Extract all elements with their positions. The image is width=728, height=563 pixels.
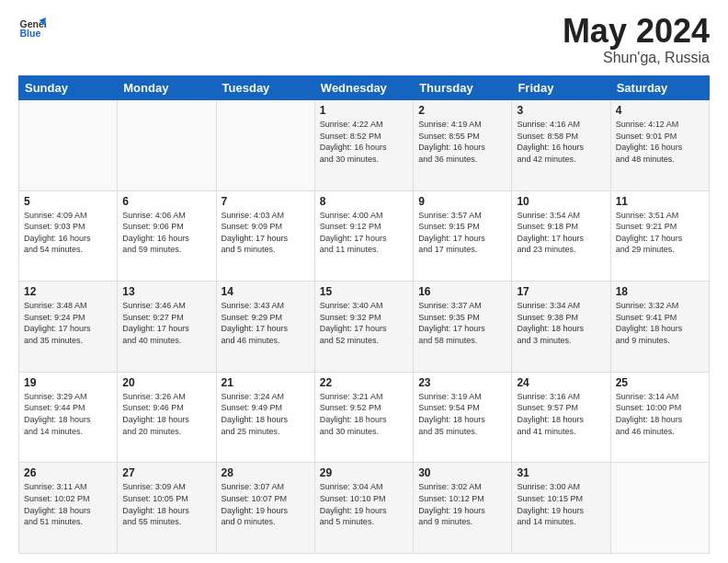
calendar-day-cell: 31Sunrise: 3:00 AM Sunset: 10:15 PM Dayl…: [512, 463, 610, 554]
day-number: 6: [122, 195, 210, 208]
day-number: 13: [122, 285, 210, 298]
day-number: 17: [517, 285, 605, 298]
col-sunday: Sunday: [19, 76, 118, 100]
day-info: Sunrise: 3:21 AM Sunset: 9:52 PM Dayligh…: [320, 391, 408, 437]
calendar-day-cell: 20Sunrise: 3:26 AM Sunset: 9:46 PM Dayli…: [118, 372, 216, 463]
day-info: Sunrise: 3:51 AM Sunset: 9:21 PM Dayligh…: [616, 210, 704, 256]
col-thursday: Thursday: [414, 76, 512, 100]
col-monday: Monday: [118, 76, 216, 100]
day-info: Sunrise: 3:02 AM Sunset: 10:12 PM Daylig…: [418, 481, 506, 527]
day-info: Sunrise: 4:19 AM Sunset: 8:55 PM Dayligh…: [418, 119, 506, 165]
calendar-day-cell: 7Sunrise: 4:03 AM Sunset: 9:09 PM Daylig…: [216, 190, 314, 282]
calendar-day-cell: 18Sunrise: 3:32 AM Sunset: 9:41 PM Dayli…: [610, 282, 709, 373]
calendar-day-cell: 10Sunrise: 3:54 AM Sunset: 9:18 PM Dayli…: [512, 190, 610, 282]
day-number: 5: [24, 195, 112, 208]
col-friday: Friday: [512, 76, 610, 100]
calendar-day-cell: [610, 463, 709, 554]
day-number: 7: [222, 195, 310, 208]
day-info: Sunrise: 3:11 AM Sunset: 10:02 PM Daylig…: [24, 481, 112, 527]
calendar-day-cell: 23Sunrise: 3:19 AM Sunset: 9:54 PM Dayli…: [414, 372, 512, 463]
calendar-day-cell: 1Sunrise: 4:22 AM Sunset: 8:52 PM Daylig…: [314, 100, 413, 191]
day-info: Sunrise: 4:06 AM Sunset: 9:06 PM Dayligh…: [122, 210, 210, 256]
calendar-day-cell: 9Sunrise: 3:57 AM Sunset: 9:15 PM Daylig…: [414, 190, 512, 282]
day-info: Sunrise: 3:19 AM Sunset: 9:54 PM Dayligh…: [418, 391, 506, 437]
day-info: Sunrise: 3:24 AM Sunset: 9:49 PM Dayligh…: [222, 391, 310, 437]
day-number: 23: [418, 376, 506, 389]
calendar-day-cell: 25Sunrise: 3:14 AM Sunset: 10:00 PM Dayl…: [610, 372, 709, 463]
day-number: 31: [517, 466, 605, 479]
day-info: Sunrise: 3:26 AM Sunset: 9:46 PM Dayligh…: [122, 391, 210, 437]
day-number: 27: [122, 466, 210, 479]
day-number: 4: [616, 104, 704, 117]
day-info: Sunrise: 3:16 AM Sunset: 9:57 PM Dayligh…: [517, 391, 605, 437]
calendar-day-cell: 3Sunrise: 4:16 AM Sunset: 8:58 PM Daylig…: [512, 100, 610, 191]
calendar-day-cell: [216, 100, 314, 191]
calendar-day-cell: 28Sunrise: 3:07 AM Sunset: 10:07 PM Dayl…: [216, 463, 314, 554]
calendar-week-row: 5Sunrise: 4:09 AM Sunset: 9:03 PM Daylig…: [19, 190, 710, 282]
calendar-day-cell: [19, 100, 118, 191]
day-number: 29: [320, 466, 408, 479]
day-number: 14: [222, 285, 310, 298]
day-info: Sunrise: 3:40 AM Sunset: 9:32 PM Dayligh…: [320, 300, 408, 346]
day-info: Sunrise: 3:34 AM Sunset: 9:38 PM Dayligh…: [517, 300, 605, 346]
day-info: Sunrise: 4:03 AM Sunset: 9:09 PM Dayligh…: [222, 210, 310, 256]
calendar-week-row: 1Sunrise: 4:22 AM Sunset: 8:52 PM Daylig…: [19, 100, 710, 191]
calendar-day-cell: 19Sunrise: 3:29 AM Sunset: 9:44 PM Dayli…: [19, 372, 118, 463]
col-wednesday: Wednesday: [314, 76, 413, 100]
day-info: Sunrise: 3:29 AM Sunset: 9:44 PM Dayligh…: [24, 391, 112, 437]
calendar-day-cell: 11Sunrise: 3:51 AM Sunset: 9:21 PM Dayli…: [610, 190, 709, 282]
calendar-day-cell: 16Sunrise: 3:37 AM Sunset: 9:35 PM Dayli…: [414, 282, 512, 373]
col-tuesday: Tuesday: [216, 76, 314, 100]
day-number: 21: [222, 376, 310, 389]
calendar-day-cell: 30Sunrise: 3:02 AM Sunset: 10:12 PM Dayl…: [414, 463, 512, 554]
day-number: 18: [616, 285, 704, 298]
day-number: 19: [24, 376, 112, 389]
day-number: 8: [320, 195, 408, 208]
calendar-day-cell: 6Sunrise: 4:06 AM Sunset: 9:06 PM Daylig…: [118, 190, 216, 282]
day-info: Sunrise: 3:57 AM Sunset: 9:15 PM Dayligh…: [418, 210, 506, 256]
day-info: Sunrise: 3:07 AM Sunset: 10:07 PM Daylig…: [222, 481, 310, 527]
header: General Blue May 2024 Shun'ga, Russia: [18, 15, 710, 66]
day-info: Sunrise: 3:00 AM Sunset: 10:15 PM Daylig…: [517, 481, 605, 527]
calendar-header-row: Sunday Monday Tuesday Wednesday Thursday…: [19, 76, 710, 100]
calendar-day-cell: 22Sunrise: 3:21 AM Sunset: 9:52 PM Dayli…: [314, 372, 413, 463]
calendar-day-cell: 8Sunrise: 4:00 AM Sunset: 9:12 PM Daylig…: [314, 190, 413, 282]
day-number: 20: [122, 376, 210, 389]
day-number: 22: [320, 376, 408, 389]
day-number: 16: [418, 285, 506, 298]
day-number: 3: [517, 104, 605, 117]
day-info: Sunrise: 4:00 AM Sunset: 9:12 PM Dayligh…: [320, 210, 408, 256]
calendar-week-row: 12Sunrise: 3:48 AM Sunset: 9:24 PM Dayli…: [19, 282, 710, 373]
day-number: 28: [222, 466, 310, 479]
day-info: Sunrise: 3:14 AM Sunset: 10:00 PM Daylig…: [616, 391, 704, 437]
day-number: 1: [320, 104, 408, 117]
calendar-day-cell: 29Sunrise: 3:04 AM Sunset: 10:10 PM Dayl…: [314, 463, 413, 554]
calendar-day-cell: 12Sunrise: 3:48 AM Sunset: 9:24 PM Dayli…: [19, 282, 118, 373]
day-number: 15: [320, 285, 408, 298]
day-info: Sunrise: 3:48 AM Sunset: 9:24 PM Dayligh…: [24, 300, 112, 346]
day-info: Sunrise: 3:09 AM Sunset: 10:05 PM Daylig…: [122, 481, 210, 527]
logo: General Blue: [18, 15, 46, 42]
col-saturday: Saturday: [610, 76, 709, 100]
title-block: May 2024 Shun'ga, Russia: [563, 15, 710, 66]
calendar-day-cell: 13Sunrise: 3:46 AM Sunset: 9:27 PM Dayli…: [118, 282, 216, 373]
day-info: Sunrise: 3:54 AM Sunset: 9:18 PM Dayligh…: [517, 210, 605, 256]
title-month: May 2024: [563, 15, 710, 48]
calendar-day-cell: 4Sunrise: 4:12 AM Sunset: 9:01 PM Daylig…: [610, 100, 709, 191]
day-info: Sunrise: 3:37 AM Sunset: 9:35 PM Dayligh…: [418, 300, 506, 346]
title-location: Shun'ga, Russia: [563, 50, 710, 66]
day-info: Sunrise: 3:46 AM Sunset: 9:27 PM Dayligh…: [122, 300, 210, 346]
day-number: 25: [616, 376, 704, 389]
day-info: Sunrise: 3:43 AM Sunset: 9:29 PM Dayligh…: [222, 300, 310, 346]
day-number: 26: [24, 466, 112, 479]
day-info: Sunrise: 4:09 AM Sunset: 9:03 PM Dayligh…: [24, 210, 112, 256]
page: General Blue May 2024 Shun'ga, Russia Su…: [0, 0, 728, 563]
calendar-day-cell: 17Sunrise: 3:34 AM Sunset: 9:38 PM Dayli…: [512, 282, 610, 373]
day-info: Sunrise: 4:22 AM Sunset: 8:52 PM Dayligh…: [320, 119, 408, 165]
calendar-day-cell: 27Sunrise: 3:09 AM Sunset: 10:05 PM Dayl…: [118, 463, 216, 554]
day-number: 2: [418, 104, 506, 117]
calendar-day-cell: 26Sunrise: 3:11 AM Sunset: 10:02 PM Dayl…: [19, 463, 118, 554]
calendar-day-cell: 24Sunrise: 3:16 AM Sunset: 9:57 PM Dayli…: [512, 372, 610, 463]
day-number: 24: [517, 376, 605, 389]
day-info: Sunrise: 4:12 AM Sunset: 9:01 PM Dayligh…: [616, 119, 704, 165]
